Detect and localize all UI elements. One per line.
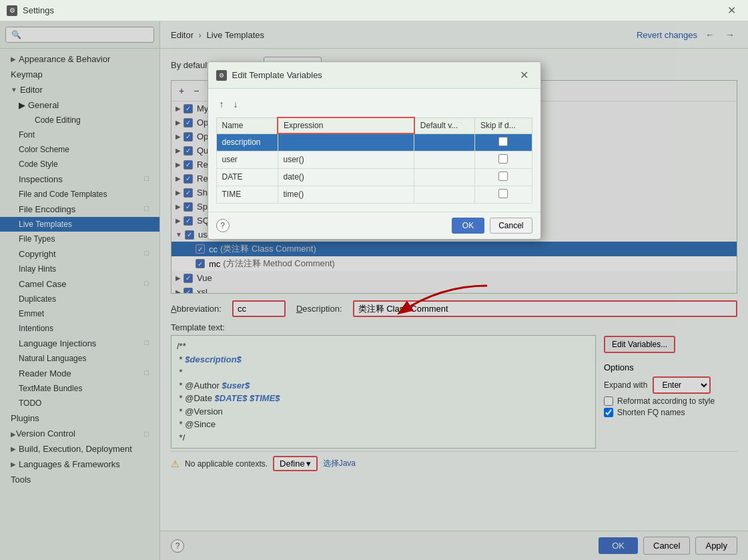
cell-name-description: description: [216, 133, 278, 151]
dialog-up-button[interactable]: ↑: [216, 97, 228, 111]
expr-input-time[interactable]: [284, 190, 409, 199]
cell-expr-description[interactable]: [278, 133, 414, 151]
dialog-table: Name Expression Default v... Skip if d..…: [216, 117, 532, 204]
cell-default-description: [414, 133, 475, 151]
cell-skip-user: [475, 151, 532, 168]
cell-name-time: TIME: [216, 186, 278, 203]
cell-name-date: DATE: [216, 168, 278, 186]
table-row-date[interactable]: DATE: [216, 168, 532, 186]
cell-expr-date[interactable]: [278, 168, 414, 186]
dialog-down-button[interactable]: ↓: [230, 97, 242, 111]
table-row-time[interactable]: TIME: [216, 186, 532, 203]
table-row-user[interactable]: user: [216, 151, 532, 168]
cell-expr-time[interactable]: [278, 186, 414, 203]
app-icon: ⚙: [7, 5, 17, 16]
cell-default-time: [414, 186, 475, 203]
col-name: Name: [216, 117, 278, 133]
dialog-footer: ? OK Cancel: [208, 212, 540, 239]
window-title: Settings: [23, 5, 722, 15]
cell-expr-user[interactable]: [278, 151, 414, 168]
dialog-titlebar: ⚙ Edit Template Variables ✕: [208, 62, 540, 89]
close-button[interactable]: ✕: [722, 1, 741, 19]
dialog-ok-button[interactable]: OK: [452, 218, 484, 234]
table-row-description[interactable]: description: [216, 133, 532, 151]
cell-default-date: [414, 168, 475, 186]
dialog-icon: ⚙: [216, 70, 227, 81]
dialog-toolbar: ↑ ↓: [216, 97, 532, 111]
dialog-buttons: OK Cancel: [452, 218, 532, 234]
expr-input-user[interactable]: [284, 155, 409, 164]
dialog-close-button[interactable]: ✕: [516, 67, 532, 83]
dialog-overlay: ⚙ Edit Template Variables ✕ ↑ ↓ Name Exp…: [0, 21, 748, 560]
dialog-title-text: Edit Template Variables: [232, 70, 510, 80]
expr-input-date[interactable]: [284, 172, 409, 182]
edit-variables-dialog: ⚙ Edit Template Variables ✕ ↑ ↓ Name Exp…: [208, 61, 541, 240]
dialog-cancel-button[interactable]: Cancel: [490, 218, 532, 234]
titlebar: ⚙ Settings ✕: [0, 0, 748, 21]
dialog-help-icon[interactable]: ?: [216, 219, 230, 232]
cell-skip-time: [475, 186, 532, 203]
col-skip: Skip if d...: [475, 117, 532, 133]
dialog-body: ↑ ↓ Name Expression Default v... Skip if…: [208, 89, 540, 212]
cell-skip-description: [475, 133, 532, 151]
cell-name-user: user: [216, 151, 278, 168]
col-default: Default v...: [414, 117, 475, 133]
cell-default-user: [414, 151, 475, 168]
expr-input-description[interactable]: [284, 137, 409, 147]
cell-skip-date: [475, 168, 532, 186]
col-expression: Expression: [278, 117, 414, 133]
